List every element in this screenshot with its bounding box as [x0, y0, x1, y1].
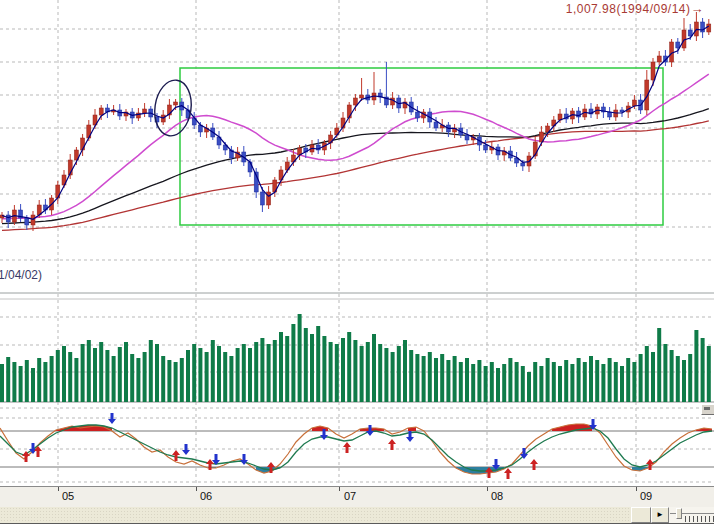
volume-bar: [440, 354, 444, 402]
volume-bar: [329, 342, 333, 402]
volume-bar: [43, 362, 47, 402]
volume-bar: [694, 330, 698, 402]
candlestick: [174, 102, 178, 105]
right-arrow-icon: ►: [656, 510, 664, 519]
volume-bar: [74, 358, 78, 402]
volume-bar: [143, 352, 147, 402]
volume-bar: [632, 362, 636, 402]
signal-arrow-up: [530, 459, 538, 470]
volume-bar: [248, 348, 252, 402]
volume-bar: [180, 358, 184, 402]
volume-bar: [546, 358, 550, 402]
annotation-rectangle: [180, 68, 663, 225]
volume-bar: [298, 314, 302, 402]
volume-bar: [577, 358, 581, 402]
candlestick: [31, 215, 35, 225]
volume-bar: [205, 352, 209, 402]
axis-year-label: 07: [344, 490, 356, 502]
volume-bar: [676, 356, 680, 402]
volume-bar: [56, 350, 60, 402]
scrollbar-right-button[interactable]: ►: [651, 507, 669, 523]
volume-bar: [6, 357, 10, 402]
volume-bar: [155, 344, 159, 402]
candlestick: [434, 122, 438, 128]
volume-bar: [366, 342, 370, 402]
candlestick: [657, 56, 661, 62]
volume-bar: [304, 328, 308, 402]
volume-bar: [360, 346, 364, 402]
horizontal-scrollbar: ►: [0, 507, 714, 523]
volume-bar: [25, 360, 29, 402]
signal-arrow-up: [388, 439, 396, 450]
chart-canvas[interactable]: [0, 0, 714, 487]
volume-bar: [87, 340, 91, 402]
volume-bar: [353, 340, 357, 402]
axis-tick: [58, 487, 59, 491]
volume-bar: [167, 360, 171, 402]
zoom-slider-handle[interactable]: [676, 508, 682, 519]
candlestick: [415, 112, 419, 118]
volume-bar: [657, 328, 661, 402]
oscillator-panel-collapse-button[interactable]: [701, 404, 714, 415]
volume-bar: [192, 344, 196, 402]
volume-bar: [285, 336, 289, 402]
candlestick: [465, 135, 469, 140]
axis-year-label: 09: [640, 490, 652, 502]
time-axis: 0506070809: [0, 486, 714, 507]
scrollbar-thumb[interactable]: [631, 507, 651, 523]
volume-bar: [161, 356, 165, 402]
candlestick: [143, 109, 147, 113]
volume-bar: [502, 364, 506, 402]
candlestick: [260, 192, 264, 205]
volume-bar: [372, 334, 376, 402]
volume-bar: [335, 344, 339, 402]
volume-bar: [236, 348, 240, 402]
volume-bar: [422, 356, 426, 402]
volume-bar: [465, 358, 469, 402]
axis-tick: [487, 487, 488, 491]
volume-bar: [670, 350, 674, 402]
volume-bar: [260, 338, 264, 402]
volume-bar: [50, 356, 54, 402]
volume-bar: [626, 358, 630, 402]
candlestick: [707, 24, 711, 32]
candlestick: [632, 100, 636, 106]
volume-bar: [31, 368, 35, 402]
volume-bar: [663, 344, 667, 402]
volume-bar: [174, 362, 178, 402]
volume-bar: [384, 348, 388, 402]
volume-bar: [508, 358, 512, 402]
volume-bar: [453, 356, 457, 402]
volume-bar: [254, 342, 258, 402]
volume-bar: [81, 344, 85, 402]
chart-window: 1,007.98(1994/09/14)→ 1/04/02) 050607080…: [0, 0, 714, 528]
volume-bar: [701, 338, 705, 402]
volume-bar: [19, 366, 23, 402]
volume-bar: [601, 364, 605, 402]
volume-bar: [347, 332, 351, 402]
candlestick: [670, 42, 674, 62]
volume-bar: [273, 340, 277, 402]
volume-bar: [341, 338, 345, 402]
axis-tick: [196, 487, 197, 491]
signal-arrow-up: [172, 450, 180, 461]
volume-bar: [428, 352, 432, 402]
volume-bar: [608, 358, 612, 402]
volume-bar: [688, 354, 692, 402]
volume-bar: [446, 360, 450, 402]
volume-bar: [217, 346, 221, 402]
ma-line-fast: [2, 26, 709, 219]
volume-bar: [459, 362, 463, 402]
volume-bar: [267, 344, 271, 402]
volume-bar: [322, 336, 326, 402]
volume-bar: [118, 347, 122, 402]
volume-bar: [496, 368, 500, 402]
volume-bar: [310, 334, 314, 402]
volume-bar: [403, 340, 407, 402]
scrollbar-track[interactable]: [0, 507, 651, 523]
candlestick: [353, 98, 357, 105]
volume-bar: [136, 358, 140, 402]
volume-bar: [471, 364, 475, 402]
ma-line-slow: [2, 109, 709, 224]
candlestick: [651, 62, 655, 80]
